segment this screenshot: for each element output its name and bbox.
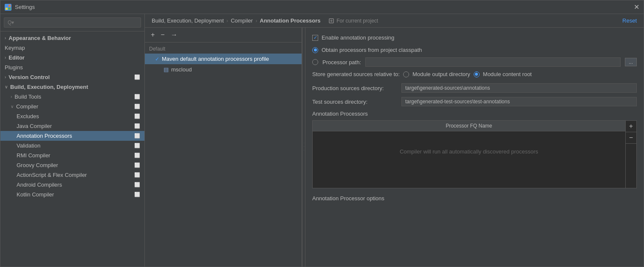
profile-group-default: Default [145,44,302,54]
profile-tree: Default ✓ Maven default annotation proce… [145,43,302,267]
sidebar-item-label: Validation [17,142,40,149]
enable-annotation-checkbox[interactable] [312,35,318,41]
sidebar-item-label: Keymap [5,45,25,51]
production-sources-input[interactable] [401,83,637,93]
page-icon: ⬜ [134,182,140,187]
obtain-processors-label: Obtain processors from project classpath [322,47,422,53]
window-title: Settings [15,4,35,10]
sidebar-item-label: Plugins [5,64,23,71]
sidebar-item-java-compiler[interactable]: Java Compiler ⬜ [0,121,144,131]
module-output-radio[interactable] [403,71,409,77]
panel-divider[interactable]: · · · [302,28,305,267]
panel-body: + − → Default ✓ Maven default annotation… [145,28,644,267]
sidebar-item-version-control[interactable]: › Version Control ⬜ [0,72,144,82]
module-content-radio[interactable] [474,71,480,77]
sidebar-item-editor[interactable]: › Editor [0,53,144,62]
page-icon: ⬜ [134,162,140,168]
sidebar-item-label: Build Tools [14,94,41,100]
breadcrumb-path: Build, Execution, Deployment › Compiler … [152,17,378,24]
table-empty-message: Compiler will run all automatically disc… [313,131,625,172]
search-input[interactable] [4,17,141,28]
svg-rect-1 [8,5,11,7]
sidebar-item-build-tools[interactable]: › Build Tools ⬜ [0,92,144,102]
sidebar-item-label: Annotation Processors [17,133,72,139]
sidebar-item-label: Version Control [8,74,50,80]
sidebar-item-actionscript[interactable]: ActionScript & Flex Compiler ⬜ [0,170,144,180]
sidebar-item-label: Compiler [16,103,38,110]
sidebar-item-compiler[interactable]: ∨ Compiler ⬜ [0,102,144,111]
svg-rect-3 [8,8,11,10]
sidebar-item-label: Groovy Compiler [17,162,58,168]
processor-path-browse-button[interactable]: ... [625,58,637,66]
breadcrumb-segment-2: Compiler [231,17,253,24]
sidebar-item-groovy-compiler[interactable]: Groovy Compiler ⬜ [0,160,144,170]
sidebar-item-label: ActionScript & Flex Compiler [17,172,87,178]
obtain-processors-radio[interactable] [312,47,318,53]
table-side-buttons: + − [625,121,636,188]
table-remove-button[interactable]: − [626,132,636,144]
profile-panel: + − → Default ✓ Maven default annotation… [145,28,302,267]
close-button[interactable]: ✕ [634,3,639,11]
sidebar-item-android[interactable]: Android Compilers ⬜ [0,180,144,190]
module-output-label: Module output directory [412,71,470,77]
sidebar-item-excludes[interactable]: Excludes ⬜ [0,111,144,121]
breadcrumb-segment-3: Annotation Processors [260,17,321,24]
sub-profile-label: mscloud [171,66,192,73]
table-inner: Processor FQ Name Compiler will run all … [313,121,625,188]
test-sources-label: Test sources directory: [312,99,397,105]
production-sources-row: Production sources directory: [312,83,637,93]
sidebar-item-appearance[interactable]: › Appearance & Behavior [0,33,144,43]
breadcrumb-segment-1: Build, Execution, Deployment [152,17,224,24]
copy-profile-button[interactable]: → [169,30,179,40]
annotation-processor-options-label: Annotation Processor options [312,195,637,202]
arrow-icon: › [5,75,6,80]
folder-icon: ▤ [164,66,169,73]
add-profile-button[interactable]: + [149,30,156,40]
enable-annotation-row: Enable annotation processing [312,34,637,41]
title-bar-left: Settings [5,4,35,11]
sidebar: › Appearance & Behavior Keymap › Editor … [0,14,145,267]
store-sources-label: Store generated sources relative to: [312,71,400,77]
sidebar-item-validation[interactable]: Validation ⬜ [0,141,144,151]
page-icon: ⬜ [134,123,140,129]
sidebar-tree: › Appearance & Behavior Keymap › Editor … [0,31,144,267]
app-icon [5,4,11,11]
processor-path-row: Processor path: ... [312,57,637,67]
sidebar-item-label: Kotlin Compiler [17,191,54,198]
sidebar-item-label: Excludes [17,113,39,119]
arrow-icon: › [5,55,6,60]
remove-profile-button[interactable]: − [159,30,166,40]
table-column-header: Processor FQ Name [313,121,625,131]
processor-path-input[interactable] [365,57,621,67]
sidebar-item-kotlin[interactable]: Kotlin Compiler ⬜ [0,190,144,199]
profile-item-maven[interactable]: ✓ Maven default annotation processors pr… [145,54,302,64]
sidebar-item-annotation-processors[interactable]: Annotation Processors ⬜ [0,131,144,141]
test-sources-row: Test sources directory: [312,97,637,106]
svg-rect-2 [6,8,8,10]
processor-path-radio[interactable] [312,59,318,65]
check-icon: ✓ [155,56,159,62]
page-icon: ⬜ [134,104,140,109]
annotation-processors-section-label: Annotation Processors [312,111,637,117]
arrow-icon: ∨ [5,85,8,89]
sidebar-item-label: RMI Compiler [17,152,50,159]
sidebar-item-rmi-compiler[interactable]: RMI Compiler ⬜ [0,151,144,160]
page-icon: ⬜ [134,153,140,158]
breadcrumb-separator-1: › [226,17,228,24]
page-icon: ⬜ [134,143,140,148]
table-add-button[interactable]: + [626,121,636,132]
page-icon: ⬜ [134,94,140,99]
page-icon: ⬜ [134,114,140,119]
sidebar-item-keymap[interactable]: Keymap [0,43,144,53]
reset-button[interactable]: Reset [622,17,637,24]
profile-toolbar: + − → [145,28,302,43]
sidebar-item-plugins[interactable]: Plugins [0,62,144,72]
processor-path-label: Processor path: [322,59,361,65]
breadcrumb: Build, Execution, Deployment › Compiler … [145,14,644,28]
sidebar-item-build-exec[interactable]: ∨ Build, Execution, Deployment [0,82,144,92]
test-sources-input[interactable] [401,97,637,106]
profile-item-mscloud[interactable]: ▤ mscloud [145,64,302,75]
obtain-processors-row: Obtain processors from project classpath [312,47,637,53]
breadcrumb-separator-2: › [255,17,257,24]
arrow-icon: ∨ [11,104,14,109]
